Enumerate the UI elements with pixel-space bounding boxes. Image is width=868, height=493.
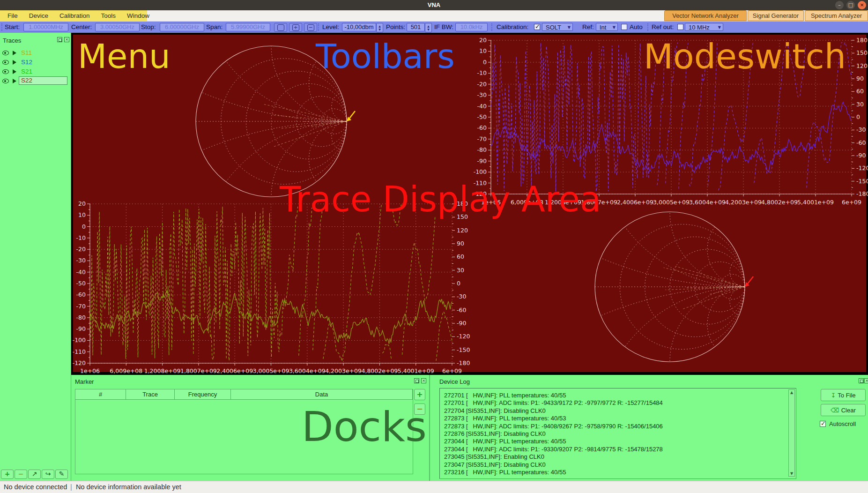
toolbar-handle-icon[interactable] (491, 23, 492, 31)
auto-label: Auto (630, 22, 643, 33)
menu-bar: FileDeviceCalibrationToolsWindow Vector … (0, 10, 868, 22)
toolbar-handle-icon[interactable] (318, 23, 319, 31)
marker-panel-title: Marker (75, 378, 94, 385)
edit-trace-button[interactable]: ✎ (55, 470, 68, 479)
tab-spectrum-analyzer[interactable]: Spectrum Analyzer (805, 10, 868, 21)
expand-arrow-icon[interactable] (13, 79, 16, 83)
clear-log-button[interactable]: ⌫Clear (821, 404, 866, 416)
zoom-out-button[interactable]: − (304, 23, 317, 32)
points-spinner[interactable]: ▲▼ (425, 23, 432, 32)
chevron-down-icon: ▼ (568, 23, 571, 31)
bottom-docks: Marker × #TraceFrequencyData + − Device … (71, 375, 868, 481)
level-spinner[interactable]: ▲▼ (376, 23, 383, 32)
annotation-trace-display-area: Trace Display Area (280, 182, 601, 217)
panel-float-icon[interactable] (859, 378, 864, 383)
calibration-checkbox[interactable] (534, 24, 540, 30)
visibility-eye-icon[interactable] (2, 69, 9, 74)
trace-row-s22[interactable]: S22 (0, 77, 71, 85)
refout-label: Ref out: (652, 22, 674, 33)
marker-col-trace[interactable]: Trace (126, 389, 175, 400)
visibility-eye-icon[interactable] (2, 51, 9, 55)
connection-status: No device connected (4, 481, 67, 493)
trace-row-s21[interactable]: S21 (0, 67, 71, 76)
plus-icon: + (5, 470, 10, 478)
popout-icon: ↗ (32, 470, 37, 478)
trace-row-s12[interactable]: S12 (0, 58, 71, 67)
menu-item-tools[interactable]: Tools (96, 10, 122, 22)
ifbw-label: IF BW: (434, 22, 453, 33)
window-title: VNA (0, 0, 868, 10)
zoom-in-button[interactable]: + (289, 23, 302, 32)
visibility-eye-icon[interactable] (2, 79, 9, 83)
auto-checkbox[interactable] (621, 24, 627, 30)
log-scrollbar[interactable]: ▲ ▼ (788, 389, 795, 477)
close-icon[interactable]: × (858, 1, 866, 9)
ref-select[interactable]: Int▼ (596, 23, 618, 31)
marker-col-data[interactable]: Data (231, 389, 413, 400)
log-entry: 273045 [SI5351,INF]: Enabling CLK0 (444, 453, 544, 461)
maximize-icon[interactable]: □ (846, 1, 855, 9)
toolbar-handle-icon[interactable] (647, 23, 648, 31)
remove-trace-button[interactable]: − (15, 470, 27, 479)
calibration-label: Calibration: (497, 22, 528, 33)
stop-field[interactable]: 6.00000GHz (160, 23, 204, 31)
vna-application-window: VNA – □ × FileDeviceCalibrationToolsWind… (0, 0, 868, 493)
expand-arrow-icon[interactable] (13, 51, 16, 55)
panel-close-icon[interactable]: × (421, 378, 426, 383)
tab-vector-network-analyzer[interactable]: Vector Network Analyzer (664, 10, 747, 21)
start-label: Start: (5, 22, 20, 33)
marker-table-header: #TraceFrequencyData (75, 389, 413, 400)
trace-label: S21 (21, 67, 32, 76)
annotation-docks: Docks (302, 406, 427, 448)
expand-arrow-icon[interactable] (13, 60, 16, 65)
tab-signal-generator[interactable]: Signal Generator (748, 10, 804, 21)
minimize-icon[interactable]: – (835, 1, 844, 9)
log-entry: 273047 [SI5351,INF]: Disabling CLK0 (444, 461, 546, 469)
marker-col-frequency[interactable]: Frequency (175, 389, 231, 400)
calibration-select[interactable]: SOLT▼ (542, 23, 573, 31)
marker-col-num[interactable]: # (75, 389, 126, 400)
popout-trace-button[interactable]: ↗ (28, 470, 41, 479)
log-entry: 272873 [ HW,INF]: PLL temperatures: 40/5… (444, 415, 566, 422)
log-output[interactable]: ▲ ▼ 272701 [ HW,INF]: PLL temperatures: … (439, 388, 796, 479)
status-divider: | (70, 481, 72, 493)
clear-icon: ⌫ (831, 407, 839, 414)
zoom-fit-button[interactable] (274, 23, 287, 32)
level-field[interactable]: -10,00dbm (342, 23, 376, 31)
trace-label: S12 (21, 58, 32, 67)
annotation-menu: Menu (78, 39, 171, 74)
panel-float-icon[interactable] (414, 378, 419, 383)
menu-item-device[interactable]: Device (23, 10, 54, 22)
toolbar-handle-icon[interactable] (1, 23, 2, 31)
points-field[interactable]: 501 (407, 23, 425, 31)
refout-checkbox[interactable] (677, 24, 683, 30)
export-trace-button[interactable]: ↪ (42, 470, 54, 479)
visibility-eye-icon[interactable] (2, 60, 9, 65)
menu-item-calibration[interactable]: Calibration (54, 10, 96, 22)
to-file-button[interactable]: ↧To File (821, 389, 866, 401)
menu-item-file[interactable]: File (2, 10, 23, 22)
panel-close-icon[interactable]: × (64, 37, 69, 42)
autoscroll-label: Autoscroll (829, 420, 856, 427)
menu-items: FileDeviceCalibrationToolsWindow (2, 10, 155, 22)
trace-row-s11[interactable]: S11 (0, 49, 71, 57)
center-field[interactable]: 3.00050GHz (95, 23, 140, 31)
menu-item-window[interactable]: Window (121, 10, 155, 22)
refout-select[interactable]: 10 MHz▼ (685, 23, 723, 31)
expand-arrow-icon[interactable] (13, 69, 16, 74)
level-label: Level: (322, 22, 339, 33)
add-trace-button[interactable]: + (1, 470, 14, 479)
start-field[interactable]: 1.00000MHz (23, 23, 68, 31)
ref-label: Ref: (582, 22, 594, 33)
log-entry: 273044 [ HW,INF]: ADC limits: P1: -9330/… (444, 446, 663, 453)
add-marker-button[interactable]: + (414, 389, 425, 400)
panel-float-icon[interactable] (57, 37, 62, 42)
autoscroll-checkbox[interactable] (820, 421, 826, 427)
traces-panel-title: Traces (3, 37, 21, 44)
panel-close-icon[interactable]: × (864, 378, 868, 383)
ifbw-field[interactable]: 10.0kHz (455, 23, 488, 31)
traces-panel: Traces × S11S12S21S22 + − ↗ ↪ ✎ (0, 33, 71, 481)
trace-name-input[interactable]: S22 (19, 76, 67, 85)
log-entry: 272701 [ HW,INF]: ADC limits: P1: -9433/… (444, 399, 663, 407)
span-field[interactable]: 5.99900GHz (226, 23, 270, 31)
